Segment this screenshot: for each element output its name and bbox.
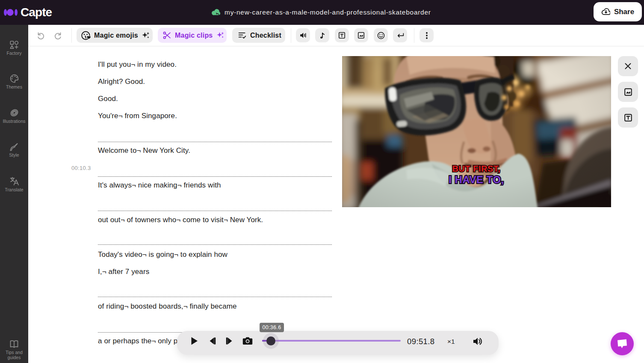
svg-text:I HAVE TO,: I HAVE TO, [449, 174, 504, 185]
svg-text:BUT FIRST,: BUT FIRST, [452, 164, 501, 173]
